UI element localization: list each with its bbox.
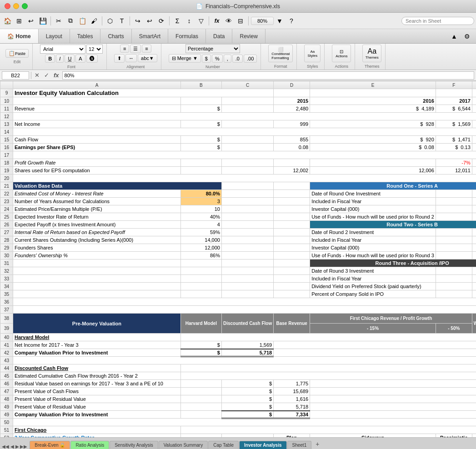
cell-C21[interactable] — [221, 182, 273, 190]
cell-B25[interactable]: 40% — [180, 213, 221, 221]
cell-48rest[interactable] — [310, 395, 476, 403]
comma-button[interactable]: , — [224, 55, 231, 63]
maximize-button[interactable] — [22, 3, 28, 9]
traffic-lights[interactable] — [5, 3, 28, 9]
cell-F35[interactable] — [436, 290, 472, 298]
italic-button[interactable]: I — [56, 55, 64, 63]
cell-B48[interactable] — [180, 395, 221, 403]
cell-F15[interactable]: $ 1,471 — [436, 136, 472, 144]
cell-G33[interactable]: 2017 — [472, 275, 476, 283]
undo2-icon[interactable]: ↩ — [144, 15, 155, 26]
cell-52rest[interactable] — [472, 434, 476, 438]
cell-A27[interactable]: Internal Rate of Return based on Expecte… — [13, 229, 181, 236]
header-col-F[interactable]: F — [436, 81, 472, 89]
cell-B24[interactable]: 10 — [180, 205, 221, 213]
search-input[interactable] — [401, 17, 474, 25]
cell-B32[interactable] — [180, 267, 221, 275]
cell-D29[interactable] — [274, 244, 310, 252]
cell-F10[interactable]: 2017 — [436, 97, 472, 105]
cell-B18[interactable] — [180, 159, 221, 167]
cell-D10[interactable]: 2015 — [274, 97, 310, 105]
cell-E30[interactable]: Use of Funds - How much will be used pri… — [310, 252, 436, 259]
styles-button[interactable]: Aa Styles — [304, 45, 321, 62]
cell-15pct-header[interactable]: - 15% — [310, 324, 436, 334]
save-icon[interactable]: 💾 — [37, 15, 48, 26]
formula-input[interactable] — [62, 71, 474, 80]
sort-icon[interactable]: ↕ — [184, 15, 195, 26]
cell-icon[interactable]: ⊟ — [235, 15, 246, 26]
cell-round3-header[interactable]: Round Three - Acquisition /IPO — [310, 259, 476, 267]
cell-F24[interactable] — [436, 205, 472, 213]
cell-F34[interactable] — [436, 283, 472, 290]
cell-A16[interactable]: Earnings per Share (EPS) — [13, 144, 181, 151]
cell-D46[interactable]: 1,775 — [274, 380, 310, 388]
bold-button[interactable]: B — [45, 55, 55, 63]
cell-G16[interactable]: $ 0.27 — [472, 144, 476, 151]
align-right-button[interactable]: ≡ — [142, 45, 151, 53]
cell-B42[interactable]: $ — [180, 349, 221, 357]
cell-B46[interactable] — [180, 380, 221, 388]
cell-C22[interactable] — [221, 190, 273, 198]
view-icon[interactable]: 👁 — [223, 15, 234, 26]
sheet-tab-sensitivity[interactable]: Sensitivity Analysis — [110, 441, 158, 449]
cell-45rest[interactable] — [180, 372, 476, 380]
cell-D25[interactable] — [274, 213, 310, 221]
highlight-button[interactable]: 🅐 — [86, 55, 98, 63]
minimize-button[interactable] — [13, 3, 19, 9]
cell-C52[interactable] — [221, 434, 273, 438]
cell-F9[interactable] — [436, 89, 472, 97]
cell-C24[interactable] — [221, 205, 273, 213]
cell-E11[interactable]: $ 4,189 — [310, 105, 436, 113]
cell-47rest[interactable] — [310, 388, 476, 395]
header-col-A[interactable]: A — [13, 81, 181, 89]
cancel-formula-icon[interactable]: ✕ — [33, 72, 41, 79]
cell-E28[interactable]: Included in Fiscal Year — [310, 236, 436, 244]
cell-B19[interactable] — [180, 167, 221, 175]
cell-D48[interactable]: 1,616 — [274, 395, 310, 403]
cell-C10[interactable] — [221, 97, 273, 105]
header-col-E[interactable]: E — [310, 81, 436, 89]
cell-B34[interactable] — [180, 283, 221, 290]
cell-B30[interactable]: 86% — [180, 252, 221, 259]
cell-G15[interactable]: $ 3,362 — [472, 136, 476, 144]
header-col-D[interactable]: D — [274, 81, 310, 89]
cell-A52[interactable]: 3 Year Comparative Growth Rates — [13, 434, 181, 438]
cell-B49b[interactable] — [180, 411, 221, 419]
actions-button[interactable]: ⊡ Actions — [332, 45, 351, 62]
cell-baserev-header[interactable]: Base Revenue — [274, 314, 310, 334]
cell-E9[interactable] — [310, 89, 436, 97]
cell-E19[interactable]: 12,006 — [310, 167, 436, 175]
cell-F30[interactable] — [436, 252, 472, 259]
cell-D49b[interactable]: 7,334 — [274, 411, 310, 419]
cell-50[interactable] — [13, 419, 476, 426]
align-top-button[interactable]: ⬆ — [114, 54, 125, 63]
copy-icon[interactable]: ⧉ — [65, 15, 76, 26]
cell-harvard-header[interactable]: Harvard Model — [180, 314, 221, 334]
cell-reference-input[interactable] — [2, 71, 29, 80]
cell-G27[interactable]: Mar 2016 — [472, 229, 476, 236]
cell-D31[interactable] — [274, 259, 310, 267]
cell-D26[interactable] — [274, 221, 310, 229]
cell-E16[interactable]: $ 0.08 — [310, 144, 436, 151]
cell-C15[interactable] — [221, 136, 273, 144]
cell-A9[interactable]: Investor Equity Valuation Calculation — [13, 89, 274, 97]
cell-D24[interactable] — [274, 205, 310, 213]
cell-B27[interactable]: 59% — [180, 229, 221, 236]
cell-A35[interactable] — [13, 290, 181, 298]
cell-D35[interactable] — [274, 290, 310, 298]
cell-C42[interactable]: 5,718 — [221, 349, 273, 357]
cell-A34[interactable] — [13, 283, 181, 290]
header-col-B[interactable]: B — [180, 81, 221, 89]
cell-E32[interactable]: Date of Round 3 Investment — [310, 267, 436, 275]
cell-E15[interactable]: $ 920 — [310, 136, 436, 144]
cell-C26[interactable] — [221, 221, 273, 229]
cell-E25[interactable]: Use of Funds - How much will be used pri… — [310, 213, 436, 221]
cell-F11[interactable]: $ 6,544 — [436, 105, 472, 113]
cell-E35[interactable]: Percent of Company Sold in IPO — [310, 290, 436, 298]
cell-C27[interactable] — [221, 229, 273, 236]
number-format-select[interactable]: Percentage General Number Currency — [185, 44, 240, 53]
cell-A24[interactable]: Estimated Price/Earnings Multiple (P/E) — [13, 205, 181, 213]
cell-B31[interactable] — [180, 259, 221, 267]
cell-C19[interactable] — [221, 167, 273, 175]
cell-E34[interactable]: Dividend Yield on Preferred Stock (paid … — [310, 283, 436, 290]
